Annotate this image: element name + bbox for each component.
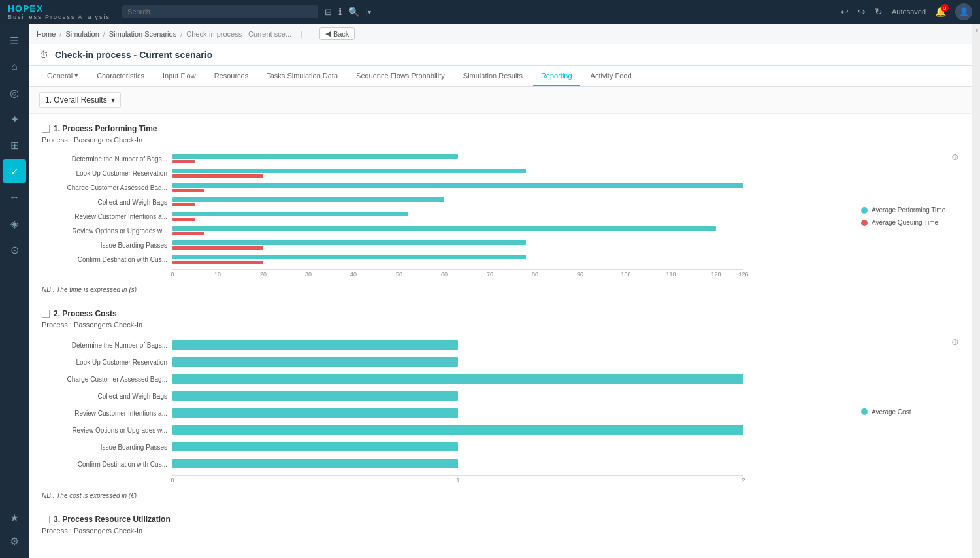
section-resource-utilization: 3. Process Resource Utilization Process …	[42, 515, 959, 534]
topbar-icon-help[interactable]: ℹ	[338, 7, 342, 17]
section-dropdown[interactable]: 1. Overall Results ▾	[39, 92, 121, 108]
chart2-bars: 012	[172, 336, 848, 487]
content-area: Home / Simulation / Simulation Scenarios…	[29, 24, 972, 558]
tab-simulation-results[interactable]: Simulation Results	[455, 67, 531, 86]
chart1-label-0: Determine the Number of Bags...	[42, 152, 172, 166]
tab-tasks-simulation[interactable]: Tasks Simulation Data	[259, 67, 346, 86]
sidebar-icon-transfer[interactable]: ↔	[3, 186, 26, 209]
bar-cost-5	[172, 425, 743, 435]
sidebar-icon-diamond[interactable]: ◈	[3, 212, 26, 235]
xaxis1-tick-126: 126	[738, 271, 748, 278]
bar-queuing-3	[172, 203, 195, 206]
bar-queuing-0	[172, 160, 195, 163]
sidebar-icon-home[interactable]: ⌂	[3, 55, 26, 78]
sidebar-icon-circle[interactable]: ⊙	[3, 238, 26, 261]
tab-reporting[interactable]: Reporting	[533, 67, 580, 86]
section2-process-label: Process : Passengers Check-In	[42, 321, 959, 329]
sidebar-icon-star[interactable]: ★	[3, 506, 26, 529]
legend-dot-cost	[861, 408, 868, 415]
page-title: Check-in process - Current scenario	[55, 50, 212, 60]
section2-checkbox[interactable]	[42, 310, 50, 318]
section3-checkbox[interactable]	[42, 516, 50, 523]
chart1-label-4: Review Customer Intentions a...	[42, 209, 172, 223]
undo-button[interactable]: ↩	[841, 7, 849, 17]
section3-title: 3. Process Resource Utilization	[54, 515, 171, 524]
breadcrumb-scenarios[interactable]: Simulation Scenarios	[109, 30, 176, 38]
xaxis1-tick-110: 110	[666, 271, 676, 278]
sidebar-icon-check[interactable]: ✓	[3, 159, 26, 183]
topbar-icon-settings[interactable]: ⊟	[325, 7, 332, 17]
search-input[interactable]	[122, 5, 318, 18]
xaxis1-tick-120: 120	[711, 271, 721, 278]
breadcrumb-current: Check-in process - Current sce...	[186, 30, 291, 38]
chart2-bar-row-5	[172, 421, 743, 438]
autosaved-label: Autosaved	[892, 8, 926, 16]
chart2-bar-row-2	[172, 370, 743, 387]
tab-sequence-flows[interactable]: Sequence Flows Probability	[348, 67, 453, 86]
xaxis2-tick-2: 2	[742, 477, 745, 484]
chart1-label-1: Look Up Customer Reservation	[42, 166, 172, 180]
bar-performing-1	[172, 169, 526, 173]
xaxis1-tick-90: 90	[577, 271, 583, 278]
bar-cost-6	[172, 442, 458, 451]
bar-cost-7	[172, 459, 458, 468]
chart2-label-7: Confirm Destination with Cus...	[42, 455, 172, 472]
bar-cost-2	[172, 374, 743, 384]
breadcrumb-simulation[interactable]: Simulation	[65, 30, 99, 38]
topbar-icon-pipe: |▾	[366, 8, 371, 16]
back-button[interactable]: ◀ Back	[319, 27, 355, 40]
section1-header: 1. Process Performing Time	[42, 124, 959, 133]
chart1-bar-row-4	[172, 209, 743, 223]
legend-performing-time: Average Performing Time	[861, 206, 959, 214]
sidebar-icon-flow[interactable]: ✦	[3, 107, 26, 131]
topbar-icon-search[interactable]: 🔍	[348, 7, 359, 17]
xaxis1-tick-40: 40	[350, 271, 357, 278]
bar-performing-7	[172, 255, 526, 259]
tab-characteristics[interactable]: Characteristics	[89, 67, 152, 86]
redo-button[interactable]: ↪	[858, 7, 866, 17]
notification-badge: 3	[941, 4, 949, 12]
breadcrumb: Home / Simulation / Simulation Scenarios…	[29, 24, 972, 44]
search-bar[interactable]	[122, 5, 318, 18]
section2-header: 2. Process Costs	[42, 309, 959, 318]
section-process-costs: 2. Process Costs Process : Passengers Ch…	[42, 309, 959, 499]
sidebar-icon-simulation[interactable]: ◎	[3, 81, 26, 105]
breadcrumb-home[interactable]: Home	[37, 30, 56, 38]
logo: HOPEX Business Process Analysis	[8, 3, 110, 20]
zoom2-icon[interactable]: ⊕	[951, 336, 959, 347]
user-avatar[interactable]: 👤	[955, 3, 972, 20]
chart1-label-7: Confirm Destination with Cus...	[42, 252, 172, 267]
main-content: 1. Process Performing Time Process : Pas…	[29, 114, 972, 558]
xaxis1-tick-50: 50	[396, 271, 402, 278]
refresh-button[interactable]: ↻	[875, 7, 883, 17]
chart2-inner: Determine the Number of Bags... Look Up …	[42, 336, 848, 487]
notification-icon[interactable]: 🔔3	[935, 7, 946, 17]
chart2-bar-row-0	[172, 336, 743, 353]
tab-general[interactable]: General ▾	[39, 66, 86, 86]
sidebar-icon-grid[interactable]: ⊞	[3, 133, 26, 157]
xaxis1-tick-80: 80	[532, 271, 538, 278]
sidebar-icon-settings[interactable]: ⚙	[3, 529, 26, 553]
xaxis1-tick-30: 30	[305, 271, 312, 278]
chart2-label-4: Review Customer Intentions a...	[42, 404, 172, 421]
bar-queuing-4	[172, 218, 195, 221]
tab-resources[interactable]: Resources	[206, 67, 257, 86]
bar-cost-4	[172, 408, 458, 418]
chart1-label-6: Issue Boarding Passes	[42, 238, 172, 252]
tab-activity-feed[interactable]: Activity Feed	[583, 67, 640, 86]
sidebar-icon-menu[interactable]: ☰	[3, 29, 26, 52]
section1-process-label: Process : Passengers Check-In	[42, 136, 959, 144]
bar-performing-4	[172, 212, 408, 216]
xaxis2-tick-0: 0	[171, 477, 174, 484]
chart2-label-6: Issue Boarding Passes	[42, 438, 172, 455]
page-header: ⏱ Check-in process - Current scenario	[29, 44, 972, 66]
chart1-bar-row-0	[172, 152, 743, 166]
section3-process-label: Process : Passengers Check-In	[42, 527, 959, 534]
sidebar: ☰ ⌂ ◎ ✦ ⊞ ✓ ↔ ◈ ⊙ ★ ⚙	[0, 24, 29, 558]
chart2-xaxis: 012	[172, 475, 743, 487]
tab-input-flow[interactable]: Input Flow	[155, 67, 204, 86]
section2-note: NB : The cost is expressed in (€)	[42, 492, 959, 499]
section1-checkbox[interactable]	[42, 125, 50, 133]
chart2-label-0: Determine the Number of Bags...	[42, 336, 172, 353]
zoom1-icon[interactable]: ⊕	[951, 152, 959, 162]
